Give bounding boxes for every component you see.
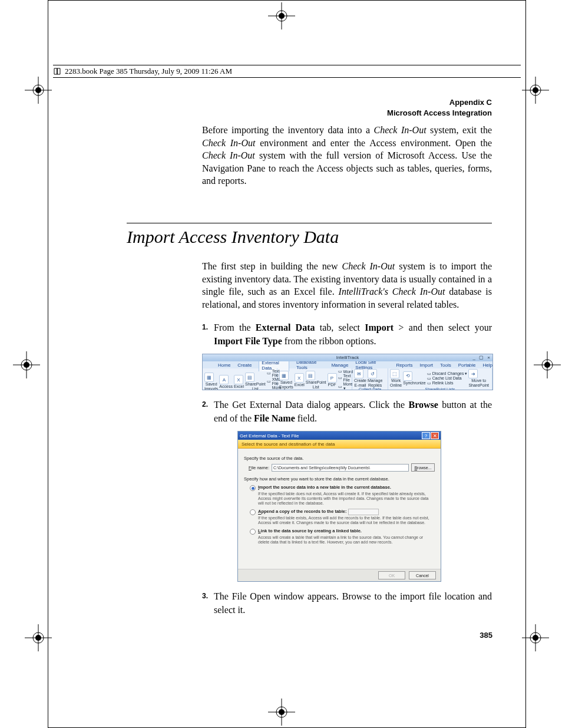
create-email-icon[interactable]: ✉ <box>354 369 363 378</box>
ribbon-group-collect: ✉CreateE-mail ↺ManageReplies Collect Dat… <box>352 368 388 390</box>
step-2: 2. The Get External Data dialog appears.… <box>202 398 492 425</box>
export-excel-icon[interactable]: X <box>295 373 304 383</box>
file-name-input[interactable]: C:\Documents and Settings\colleenq\My Do… <box>272 464 409 472</box>
import-access-icon[interactable]: A <box>219 375 229 384</box>
section-title: Import Access Inventory Data <box>127 227 492 247</box>
specify-how-label: Specify how and where you want to store … <box>244 476 435 482</box>
ribbon-group-export: ▦SavedExports XExcel ▤SharePointList PPD… <box>277 368 352 390</box>
running-header: Appendix C Microsoft Access Integration <box>127 97 492 118</box>
radio-append[interactable] <box>250 509 256 515</box>
tab-reports[interactable]: Reports <box>396 363 412 368</box>
option-import-new-table: Import the source data into a new table … <box>250 485 435 506</box>
tab-manage[interactable]: Manage <box>331 363 348 368</box>
step-1: 1. From the External Data tab, select Im… <box>202 321 492 348</box>
tab-tools[interactable]: Tools <box>440 363 451 368</box>
registration-mark-icon <box>13 351 40 378</box>
move-sharepoint-icon[interactable]: ➔ <box>468 369 478 378</box>
crop-line <box>48 0 526 1</box>
registration-mark-icon <box>25 624 52 651</box>
specify-source-label: Specify the source of the data. <box>244 456 435 461</box>
section-intro: The first step in building the new Check… <box>202 260 492 311</box>
ribbon-group-import: ▦SavedImports AAccess XExcel ▤SharePoint… <box>203 368 277 390</box>
group-label-collect: Collect Data <box>354 387 386 390</box>
saved-exports-icon[interactable]: ▦ <box>279 371 289 380</box>
group-label-sharepoint: SharePoint Lists <box>390 387 490 390</box>
saved-imports-icon[interactable]: ▦ <box>204 373 214 382</box>
file-name-label: File name: <box>249 465 269 470</box>
crop-line <box>48 0 48 728</box>
page-number: 385 <box>480 631 492 640</box>
registration-mark-icon <box>268 2 295 29</box>
tab-home[interactable]: Home <box>218 363 230 368</box>
close-button[interactable]: ✕ <box>431 432 439 439</box>
dialog-title-bar: Get External Data - Text File ? ✕ <box>238 431 441 440</box>
step-number: 2. <box>202 400 208 410</box>
book-header-text: 2283.book Page 385 Thursday, July 9, 200… <box>65 67 232 76</box>
tab-portable[interactable]: Portable <box>458 363 476 368</box>
manage-replies-icon[interactable]: ↺ <box>368 369 377 378</box>
option-append: Append a copy of the records to the tabl… <box>250 509 435 525</box>
tab-create[interactable]: Create <box>237 363 252 368</box>
get-external-data-dialog: Get External Data - Text File ? ✕ Select… <box>237 431 441 582</box>
relink-lists-button[interactable]: ▭Relink Lists <box>427 381 468 386</box>
export-pdf-icon[interactable]: P <box>328 373 337 383</box>
option-import-desc: If the specified table does not exist, A… <box>258 492 435 506</box>
chapter-label: Microsoft Access Integration <box>387 108 492 117</box>
step-number: 3. <box>202 591 208 601</box>
tab-help[interactable]: Help <box>483 363 492 368</box>
synchronize-icon[interactable]: ⟲ <box>403 371 412 381</box>
option-link: Link to the data source by creating a li… <box>250 528 435 545</box>
registration-mark-icon <box>268 699 295 726</box>
book-header-bar: 2283.book Page 385 Thursday, July 9, 200… <box>53 65 521 78</box>
step-number: 1. <box>202 322 208 332</box>
registration-mark-icon <box>522 77 549 104</box>
access-ribbon-figure: IntelliTrack _ ▢ × Home Create External … <box>202 354 493 390</box>
appendix-label: Appendix C <box>449 98 492 107</box>
export-sharepoint-icon[interactable]: ▤ <box>306 371 315 380</box>
export-text-button[interactable]: ▭Text File <box>338 374 353 382</box>
registration-mark-icon <box>25 77 52 104</box>
export-word-button[interactable]: ▭Word <box>338 369 353 374</box>
option-link-desc: Access will create a table that will mai… <box>258 535 435 545</box>
dialog-banner: Select the source and destination of the… <box>238 440 441 449</box>
registration-mark-icon <box>534 351 561 378</box>
export-more-button[interactable]: ▭More ▾ <box>338 382 353 390</box>
discard-changes-button[interactable]: ▭Discard Changes ▾ <box>427 371 468 376</box>
registration-mark-icon <box>522 624 549 651</box>
crop-line <box>525 0 526 728</box>
option-append-desc: If the specified table exists, Access wi… <box>258 516 435 525</box>
intro-paragraph-top: Before importing the inventory data into… <box>202 124 492 187</box>
ribbon-group-sharepoint: ⬚WorkOnline ⟲Synchronize ▭Discard Change… <box>388 368 492 390</box>
table-select[interactable] <box>348 509 379 515</box>
browse-button[interactable]: Browse... <box>411 463 435 472</box>
step-3: 3. The File Open window appears. Browse … <box>202 590 492 617</box>
ribbon-tabs: Home Create External Data Database Tools… <box>203 361 492 368</box>
cancel-button[interactable]: Cancel <box>409 571 436 579</box>
import-sharepoint-icon[interactable]: ▤ <box>245 373 254 382</box>
window-buttons[interactable]: _ ▢ × <box>472 354 491 361</box>
cache-list-button[interactable]: ▭Cache List Data <box>427 376 468 381</box>
book-icon <box>53 67 61 75</box>
tab-import[interactable]: Import <box>419 363 433 368</box>
radio-import[interactable] <box>250 485 256 491</box>
ok-button[interactable]: OK <box>378 571 405 579</box>
import-excel-icon[interactable]: X <box>234 375 243 384</box>
radio-link[interactable] <box>250 529 256 535</box>
dialog-title: Get External Data - Text File <box>240 433 299 439</box>
section-rule <box>127 223 492 223</box>
help-button[interactable]: ? <box>422 432 430 439</box>
window-title-bar: IntelliTrack _ ▢ × <box>203 354 492 361</box>
app-title: IntelliTrack <box>336 355 359 360</box>
work-online-icon[interactable]: ⬚ <box>390 369 399 378</box>
